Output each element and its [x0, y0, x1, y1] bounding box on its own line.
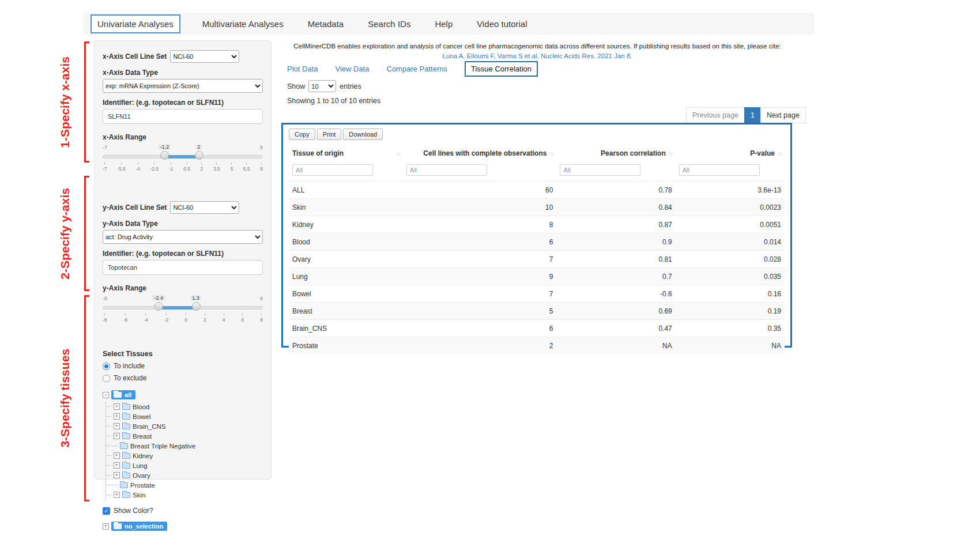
- tissue-cell: Brain_CNS: [289, 320, 403, 337]
- sort-icon[interactable]: [396, 150, 399, 157]
- nav-tab[interactable]: Metadata: [306, 16, 346, 32]
- tree-root-label: all: [125, 391, 131, 398]
- pvalue-cell: 0.16: [676, 285, 785, 303]
- radio-icon[interactable]: [103, 363, 110, 370]
- pvalue-filter-input[interactable]: [679, 164, 760, 176]
- table-row[interactable]: Blood 6 0.9 0.014: [289, 233, 785, 251]
- slider-handle-high[interactable]: [195, 151, 203, 160]
- table-row[interactable]: Brain_CNS 6 0.47 0.35: [289, 320, 785, 337]
- sort-icon[interactable]: [778, 150, 781, 157]
- expand-icon[interactable]: [114, 413, 120, 420]
- no-selection-node[interactable]: no_selection: [103, 522, 263, 531]
- checkbox-icon[interactable]: [103, 507, 110, 515]
- tissue-tree-item[interactable]: Prostate: [106, 480, 263, 490]
- expand-icon[interactable]: [114, 462, 120, 469]
- table-row[interactable]: Skin 10 0.84 0.0023: [289, 199, 785, 216]
- y-axis-identifier-input[interactable]: [103, 260, 263, 275]
- tissues-exclude-radio[interactable]: To exclude: [103, 374, 263, 382]
- table-row[interactable]: ALL 60 0.78 3.6e-13: [289, 182, 785, 199]
- table-row[interactable]: Ovary 7 0.81 0.028: [289, 251, 785, 268]
- tree-root-selected[interactable]: all: [111, 390, 135, 399]
- tree-connector-line: [106, 455, 111, 456]
- y-axis-range-slider[interactable]: -8 8 -2.4 1.3 -8-6-4-202468: [103, 303, 263, 335]
- x-axis-range-slider[interactable]: -7 8 -1.2 2 -7-5.5-4-2.5-10.523.556.58: [103, 152, 263, 184]
- column-header-pearson[interactable]: Pearson correlation: [556, 145, 675, 162]
- citation-text: CellMinerCDB enables exploration and ana…: [282, 41, 792, 51]
- show-color-checkbox-row[interactable]: Show Color?: [103, 507, 263, 515]
- export-button[interactable]: Print: [317, 129, 342, 140]
- expand-icon[interactable]: [114, 492, 120, 498]
- sort-icon[interactable]: [669, 150, 672, 157]
- tissue-tree-item[interactable]: Skin: [106, 490, 263, 500]
- column-header-pvalue[interactable]: P-value: [676, 145, 785, 162]
- export-button[interactable]: Download: [343, 129, 383, 140]
- nav-tab[interactable]: Video tutorial: [474, 16, 529, 32]
- previous-page-button[interactable]: Previous page: [686, 107, 745, 123]
- table-row[interactable]: Lung 9 0.7 0.035: [289, 268, 785, 285]
- sort-icon[interactable]: [549, 150, 553, 157]
- entries-per-page-select[interactable]: 10: [308, 80, 336, 92]
- page-number-button[interactable]: 1: [744, 107, 761, 123]
- slider-max-label: 8: [260, 296, 263, 301]
- expand-icon[interactable]: [114, 452, 120, 459]
- tissue-tree-item[interactable]: Brain_CNS: [106, 421, 263, 431]
- y-axis-cell-line-set-select[interactable]: NCI-60: [170, 201, 239, 214]
- column-header-cell-lines[interactable]: Cell lines with complete observations: [403, 145, 557, 162]
- radio-icon[interactable]: [103, 375, 110, 382]
- tissue-tree-item[interactable]: Bowel: [106, 412, 263, 421]
- x-axis-identifier-input[interactable]: [103, 109, 263, 124]
- slider-tick-label: 0: [184, 313, 187, 323]
- pearson-filter-input[interactable]: [560, 164, 640, 176]
- nav-tab[interactable]: Search IDs: [365, 16, 413, 32]
- nav-tab[interactable]: Help: [432, 16, 455, 32]
- nav-tab[interactable]: Multivariate Analyses: [200, 16, 286, 32]
- annotation-step3-label: 3-Specify tissues: [58, 349, 72, 448]
- expand-icon[interactable]: [114, 403, 120, 410]
- next-page-button[interactable]: Next page: [760, 107, 806, 123]
- x-axis-data-type-select[interactable]: exp: mRNA Expression (Z-Score): [103, 79, 263, 93]
- column-header-tissue[interactable]: Tissue of origin: [289, 145, 403, 162]
- tissue-cell: Bowel: [289, 285, 403, 303]
- view-tab[interactable]: Tissue Correlation: [465, 61, 538, 77]
- view-tab[interactable]: Compare Patterns: [387, 65, 448, 73]
- tissue-tree-item[interactable]: Ovary: [106, 470, 263, 480]
- table-info-text: Showing 1 to 10 of 10 entries: [287, 97, 380, 105]
- slider-fill: [159, 306, 195, 310]
- nav-tab[interactable]: Univariate Analyses: [91, 14, 180, 33]
- folder-icon: [120, 443, 128, 449]
- column-header-label: P-value: [750, 149, 775, 157]
- slider-tick-label: -2: [164, 313, 169, 323]
- tissue-filter-input[interactable]: [292, 164, 373, 176]
- tissue-tree-item[interactable]: Blood: [106, 402, 263, 412]
- collapse-icon[interactable]: [103, 392, 109, 398]
- show-label: Show: [287, 82, 305, 90]
- cell-lines-filter-input[interactable]: [406, 164, 487, 176]
- y-axis-data-type-select[interactable]: act: Drug Activity: [103, 230, 263, 244]
- citation-link[interactable]: Luna A, Elloumi F, Varma S et al. Nuclei…: [282, 51, 792, 61]
- table-row[interactable]: Bowel 7 -0.6 0.16: [289, 285, 785, 303]
- tissue-cell: ALL: [289, 182, 403, 199]
- table-row[interactable]: Prostate 2 NA NA: [289, 337, 785, 354]
- table-row[interactable]: Kidney 8 0.87 0.0051: [289, 216, 785, 233]
- no-selection-selected[interactable]: no_selection: [111, 522, 167, 531]
- expand-icon[interactable]: [103, 523, 109, 530]
- tissue-tree-item[interactable]: Breast Triple Negative: [106, 441, 263, 451]
- pearson-cell: 0.9: [556, 233, 675, 251]
- x-axis-cell-line-set-select[interactable]: NCI-60: [170, 50, 239, 63]
- expand-icon[interactable]: [114, 472, 120, 478]
- view-tab[interactable]: View Data: [335, 65, 369, 73]
- expand-icon[interactable]: [114, 423, 120, 429]
- tissues-include-radio[interactable]: To include: [103, 362, 263, 370]
- table-row[interactable]: Breast 5 0.69 0.19: [289, 303, 785, 320]
- pvalue-cell: 0.028: [676, 251, 785, 268]
- tissue-tree-item[interactable]: Breast: [106, 431, 263, 441]
- export-button[interactable]: Copy: [289, 129, 315, 140]
- tissue-tree-item[interactable]: Kidney: [106, 451, 263, 461]
- tissue-tree-root[interactable]: all: [103, 390, 263, 399]
- tissue-node-label: Skin: [133, 492, 145, 499]
- expand-icon[interactable]: [114, 433, 120, 439]
- view-tab[interactable]: Plot Data: [287, 65, 318, 73]
- slider-tick-label: 2: [203, 313, 206, 323]
- slider-handle-high[interactable]: [192, 302, 201, 311]
- tissue-tree-item[interactable]: Lung: [106, 461, 263, 470]
